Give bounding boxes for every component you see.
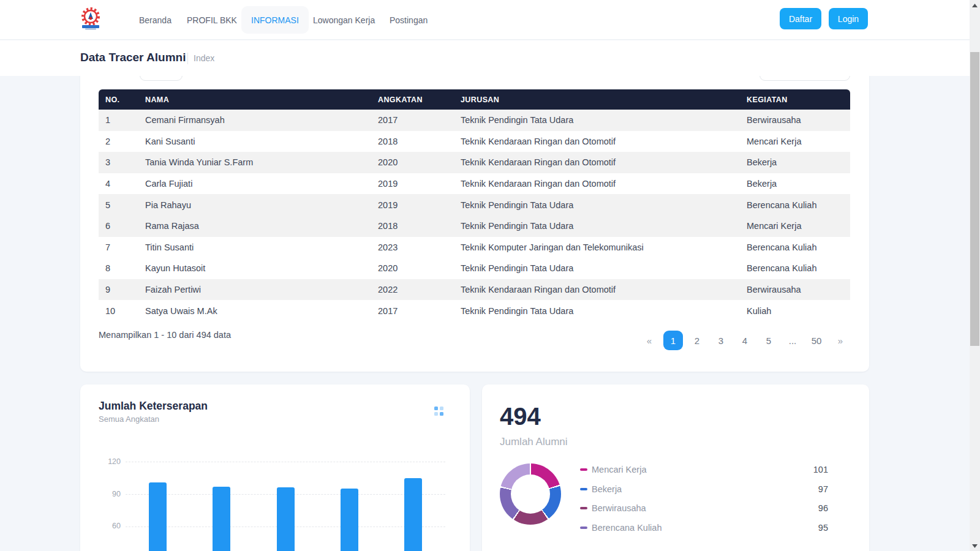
table-row[interactable]: 3 Tania Winda Yuniar S.Farm 2020 Teknik … [99, 152, 850, 173]
pagination-page-4[interactable]: 4 [735, 331, 755, 350]
cell-kegiatan: Kuliah [747, 306, 850, 316]
cell-angkatan: 2018 [378, 221, 461, 231]
cell-nama: Faizah Pertiwi [145, 285, 378, 294]
cell-jurusan: Teknik Pendingin Tata Udara [461, 200, 747, 210]
nav-item-beranda[interactable]: Beranda [139, 0, 172, 40]
cell-kegiatan: Berwirausaha [747, 285, 850, 294]
alumni-table: NO. NAMA ANGKATAN JURUSAN KEGIATAN 1 Cem… [99, 89, 850, 321]
nav-item-postingan[interactable]: Postingan [390, 0, 428, 40]
table-row[interactable]: 7 Titin Susanti 2023 Teknik Komputer Jar… [99, 237, 850, 258]
cell-jurusan: Teknik Pendingin Tata Udara [461, 306, 747, 316]
pagination-page-5[interactable]: 5 [759, 331, 778, 350]
legend-dash-icon [580, 507, 587, 509]
table-row[interactable]: 4 Carla Fujiati 2019 Teknik Kendaraan Ri… [99, 173, 850, 195]
cell-nama: Rama Rajasa [145, 221, 378, 231]
cell-kegiatan: Mencari Kerja [747, 221, 850, 231]
column-header-no: NO. [99, 96, 145, 104]
pagination-next-button[interactable]: » [831, 331, 850, 350]
nav-item-profil-bkk[interactable]: PROFIL BKK [187, 0, 237, 40]
pagination-page-1[interactable]: 1 [663, 331, 683, 350]
cell-angkatan: 2023 [378, 242, 461, 252]
cell-kegiatan: Mencari Kerja [747, 137, 850, 146]
table-row[interactable]: 6 Rama Rajasa 2018 Teknik Pendingin Tata… [99, 216, 850, 237]
cell-no: 3 [99, 157, 145, 167]
column-header-nama: NAMA [145, 96, 378, 104]
cell-jurusan: Teknik Pendingin Tata Udara [461, 263, 747, 273]
table-row[interactable]: 8 Kayun Hutasoit 2020 Teknik Pendingin T… [99, 258, 850, 279]
bar [213, 487, 230, 551]
y-tick-120: 120 [99, 457, 121, 466]
cell-nama: Pia Rahayu [145, 200, 378, 210]
table-header-row: NO. NAMA ANGKATAN JURUSAN KEGIATAN [99, 89, 850, 110]
cell-no: 8 [99, 263, 145, 273]
column-header-jurusan: JURUSAN [461, 96, 747, 104]
legend-label: Bekerja [592, 484, 622, 494]
cell-nama: Cemani Firmansyah [145, 115, 378, 125]
cell-nama: Satya Uwais M.Ak [145, 306, 378, 316]
cell-nama: Kayun Hutasoit [145, 263, 378, 273]
register-button[interactable]: Daftar [780, 8, 821, 29]
nav-item-informasi[interactable]: INFORMASI [241, 6, 309, 34]
alumni-table-card: NO. NAMA ANGKATAN JURUSAN KEGIATAN 1 Cem… [80, 67, 869, 372]
cell-no: 5 [99, 200, 145, 210]
cell-jurusan: Teknik Kendaraan Ringan dan Otomotif [461, 157, 747, 167]
nav-item-lowongan-kerja[interactable]: Lowongan Kerja [313, 0, 375, 40]
cell-angkatan: 2020 [378, 263, 461, 273]
table-row[interactable]: 1 Cemani Firmansyah 2017 Teknik Pendingi… [99, 110, 850, 131]
cell-angkatan: 2019 [378, 200, 461, 210]
table-row[interactable]: 2 Kani Susanti 2018 Teknik Kendaraan Rin… [99, 131, 850, 152]
cell-jurusan: Teknik Pendingin Tata Udara [461, 115, 747, 125]
cell-angkatan: 2022 [378, 285, 461, 294]
legend-label: Mencari Kerja [592, 465, 646, 474]
cell-no: 9 [99, 285, 145, 294]
pagination-prev-button[interactable]: « [639, 331, 659, 350]
school-logo[interactable] [80, 7, 101, 32]
pagination-page-2[interactable]: 2 [687, 331, 707, 350]
cell-jurusan: Teknik Kendaraan Ringan dan Otomotif [461, 285, 747, 294]
bar-chart-card: Jumlah Keterserapan Semua Angkatan 120 9… [80, 384, 470, 551]
legend-item: Bekerja 97 [580, 484, 828, 494]
table-row[interactable]: 9 Faizah Pertiwi 2022 Teknik Kendaraan R… [99, 279, 850, 301]
alumni-total: 494 [500, 403, 541, 430]
donut-chart [500, 463, 561, 525]
bar [149, 482, 167, 551]
y-tick-60: 60 [99, 522, 121, 530]
cell-nama: Tania Winda Yuniar S.Farm [145, 157, 378, 167]
cell-angkatan: 2017 [378, 306, 461, 316]
donut-legend: Mencari Kerja 101 Bekerja 97 Berwirausah… [580, 465, 828, 533]
bar [404, 478, 422, 551]
table-row[interactable]: 10 Satya Uwais M.Ak 2017 Teknik Pendingi… [99, 300, 850, 321]
cell-nama: Kani Susanti [145, 137, 378, 146]
scroll-up-icon[interactable] [970, 0, 980, 10]
cell-no: 2 [99, 137, 145, 146]
drag-handle-icon[interactable] [434, 407, 443, 416]
y-tick-90: 90 [99, 490, 121, 498]
pagination-ellipsis: ... [783, 331, 802, 350]
cell-no: 4 [99, 179, 145, 189]
pagination: « 1 2 3 4 5 ... 50 » [639, 331, 850, 350]
page-title: Data Tracer Alumni [80, 51, 186, 64]
legend-dash-icon [580, 527, 587, 529]
pagination-page-3[interactable]: 3 [711, 331, 731, 350]
cell-nama: Titin Susanti [145, 242, 378, 252]
scrollbar-thumb[interactable] [970, 52, 979, 346]
table-row[interactable]: 5 Pia Rahayu 2019 Teknik Pendingin Tata … [99, 194, 850, 216]
scroll-down-icon[interactable] [970, 541, 980, 551]
cell-no: 7 [99, 242, 145, 252]
cell-jurusan: Teknik Kendaraan Ringan dan Otomotif [461, 179, 747, 189]
legend-item: Mencari Kerja 101 [580, 465, 828, 474]
column-header-angkatan: ANGKATAN [378, 96, 461, 104]
login-button[interactable]: Login [829, 8, 868, 29]
cell-kegiatan: Berwirausaha [747, 115, 850, 125]
cell-no: 1 [99, 115, 145, 125]
cell-kegiatan: Berencana Kuliah [747, 242, 850, 252]
legend-value: 95 [818, 523, 828, 533]
vertical-scrollbar[interactable] [970, 0, 980, 551]
page-header: Data Tracer Alumni Index [0, 40, 970, 76]
pagination-page-50[interactable]: 50 [807, 331, 826, 350]
cell-angkatan: 2019 [378, 179, 461, 189]
legend-value: 96 [818, 503, 828, 513]
cell-angkatan: 2017 [378, 115, 461, 125]
legend-item: Berencana Kuliah 95 [580, 523, 828, 533]
cell-angkatan: 2020 [378, 157, 461, 167]
